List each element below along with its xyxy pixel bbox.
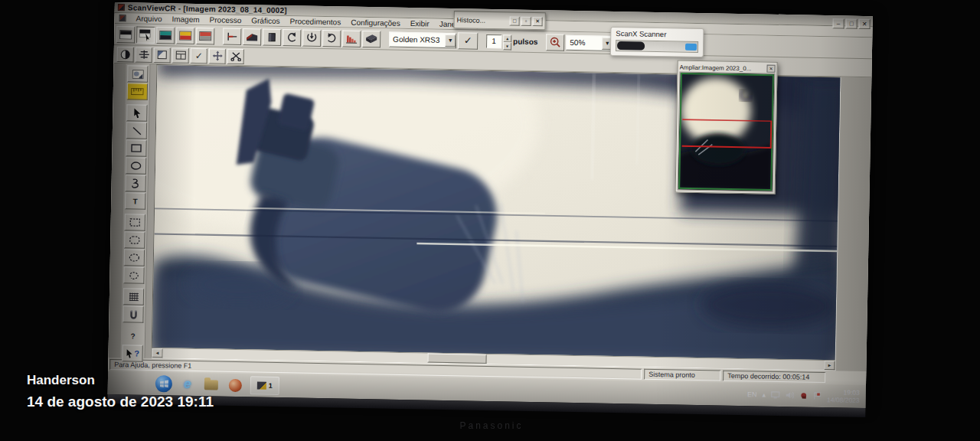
crop-corner-button[interactable] [223, 28, 241, 44]
levels-bw-pointer-button[interactable] [136, 26, 155, 43]
levels-teal-button[interactable] [156, 27, 175, 44]
context-help-button[interactable]: ? [122, 345, 142, 361]
minimize-button[interactable]: – [833, 18, 844, 28]
scanview-taskbar-button[interactable]: 1 [250, 376, 279, 395]
align-grid-button[interactable] [136, 47, 152, 62]
photo-caption: Handerson 14 de agosto de 2023 19:11 [27, 373, 214, 410]
chevron-down-icon[interactable]: ▼ [445, 34, 456, 46]
spin-up-icon[interactable]: ▲ [503, 34, 511, 42]
cassette-button[interactable] [362, 30, 381, 47]
check-icon: ✓ [195, 50, 203, 60]
histogram-window[interactable]: Histoco... □ ▫ ✕ [453, 11, 545, 30]
menu-procedimentos[interactable]: Procedimentos [289, 17, 341, 26]
card-button[interactable] [263, 28, 281, 45]
line-icon [131, 126, 142, 136]
media-player-button[interactable] [227, 377, 243, 394]
cut-button[interactable] [227, 48, 244, 64]
rotate-left-button[interactable] [283, 29, 301, 46]
select-rounded-tool[interactable] [124, 231, 145, 248]
pulses-stepper[interactable]: ▲ ▼ [503, 34, 511, 48]
magnifier-thumbnail[interactable] [678, 72, 776, 192]
spin-down-icon[interactable]: ▼ [503, 42, 511, 50]
scanx-scanner-panel: ScanX Scanner [610, 27, 704, 57]
restore-button[interactable]: □ [846, 18, 858, 28]
ellipse-icon [130, 161, 142, 170]
language-indicator[interactable]: EN [747, 390, 757, 398]
rotate-right-button[interactable] [322, 29, 341, 46]
magnet-tool[interactable] [122, 305, 143, 322]
tray-clock[interactable]: 19:03 14/08/2023 [827, 388, 860, 404]
menu-exibir[interactable]: Exibir [410, 19, 430, 28]
dashed-rect-icon [129, 217, 141, 227]
contrast-button[interactable] [117, 47, 134, 62]
freehand-tool[interactable] [125, 175, 145, 191]
magnifier-window[interactable]: Ampliar:Imagem 2023_0... ✕ [675, 60, 778, 194]
histogram-button[interactable] [342, 30, 361, 47]
rotate-right-icon [325, 32, 338, 44]
measure-tool[interactable] [127, 83, 148, 100]
levels-warm-button[interactable] [176, 27, 194, 44]
speaker-tray-icon[interactable] [786, 391, 795, 399]
hidden-icons-chevron[interactable]: ▴ [763, 391, 766, 399]
select-rect-tool[interactable] [125, 214, 145, 230]
help-button[interactable]: ? [122, 327, 143, 344]
toolbar-separator [382, 31, 387, 47]
fill-button[interactable] [243, 28, 261, 45]
levels-red-button[interactable] [196, 27, 214, 44]
histogram-close-button[interactable]: ✕ [533, 17, 543, 26]
zoom-in-button[interactable] [546, 34, 564, 51]
menu-configuracoes[interactable]: Configurações [351, 18, 400, 28]
dashed-rounded-rect-icon [129, 235, 140, 244]
text-tool[interactable]: T [125, 192, 145, 209]
menu-graficos[interactable]: Gráficos [251, 16, 279, 25]
detector-value: Golden XRS3 [393, 35, 439, 44]
toolbar-separator [479, 32, 485, 49]
scanner-progress-segment [685, 44, 697, 51]
menu-imagem[interactable]: Imagem [172, 15, 199, 24]
cassette-icon [364, 33, 378, 44]
lasso-icon [128, 270, 139, 280]
lasso-tool[interactable] [123, 266, 144, 283]
detector-select[interactable]: Golden XRS3 ▼ [389, 31, 456, 48]
preview-tool[interactable] [127, 65, 148, 82]
device-status-tray-icon[interactable] [800, 391, 808, 399]
magnifier-close-button[interactable]: ✕ [766, 65, 775, 73]
grid-tool[interactable] [123, 288, 144, 305]
zoom-value: 50% [570, 38, 585, 47]
scrollbar-thumb[interactable] [427, 354, 487, 364]
zoom-select[interactable]: 50% ▼ [566, 34, 613, 51]
histogram-restore-button[interactable]: ▫ [521, 16, 531, 25]
apply-check-button[interactable]: ✓ [191, 47, 207, 63]
scroll-left-icon[interactable]: ◄ [152, 348, 163, 358]
media-player-icon [228, 378, 241, 391]
bezel-brand-logo: Panasonic [407, 420, 576, 431]
close-button[interactable]: ✕ [859, 19, 871, 29]
rectangle-tool[interactable] [126, 139, 146, 156]
magnifier-title: Ampliar:Imagem 2023_0... [679, 64, 765, 72]
pulses-input[interactable]: 1 [486, 34, 501, 47]
tray-date: 14/08/2023 [827, 396, 860, 404]
menu-processo[interactable]: Processo [210, 15, 242, 24]
histogram-maximize-button[interactable]: □ [510, 16, 520, 25]
select-ellipse-tool[interactable] [124, 249, 145, 266]
status-system-text: Sistema pronto [644, 369, 720, 381]
action-center-flag-icon[interactable] [813, 392, 822, 400]
ellipse-tool[interactable] [126, 157, 146, 174]
status-gap [828, 372, 863, 384]
window-layout-button[interactable] [172, 47, 189, 63]
confirm-button[interactable]: ✓ [458, 32, 478, 49]
pan-move-button[interactable] [209, 48, 226, 64]
display-tray-icon[interactable] [771, 391, 780, 399]
scroll-right-icon[interactable]: ► [824, 361, 835, 370]
dashed-ellipse-icon [129, 253, 140, 262]
text-tool-icon: T [133, 197, 138, 205]
levels-bw-button[interactable] [116, 26, 135, 43]
menu-arquivo[interactable]: Arquivo [136, 15, 162, 24]
levels-warm-icon [179, 31, 191, 40]
line-tool[interactable] [126, 122, 147, 139]
flip-vertical-button[interactable] [302, 29, 321, 46]
pointer-arrow-icon [132, 107, 142, 118]
fill-square-button[interactable] [154, 47, 171, 62]
pointer-tool[interactable] [126, 104, 147, 121]
ruler-icon [131, 87, 144, 95]
